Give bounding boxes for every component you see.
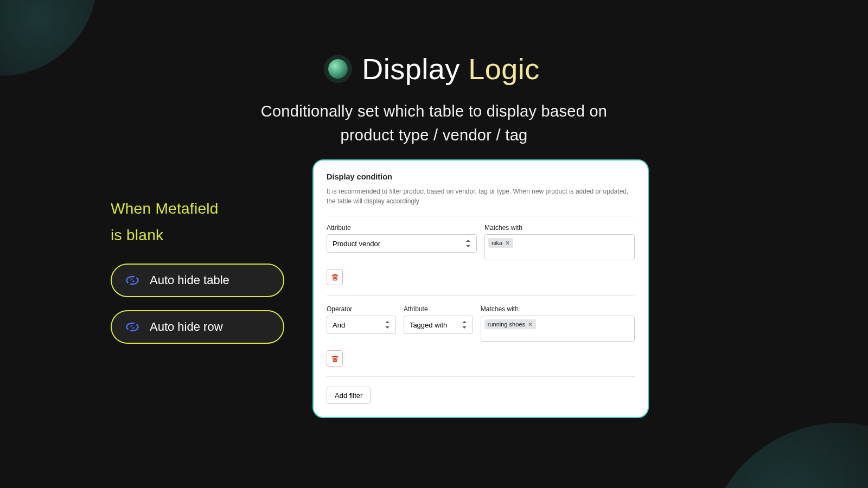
auto-hide-row-button[interactable]: Auto hide row [111,310,284,344]
close-icon[interactable]: ✕ [528,322,533,328]
pill-label: Auto hide row [150,320,223,334]
brand-dot-icon [328,59,348,79]
sidebar-heading: When Metafield is blank [111,195,284,248]
operator-select[interactable]: And [327,316,396,334]
trash-icon [331,355,339,363]
operator-label: Operator [327,305,396,313]
matches-input[interactable]: running shoes ✕ [481,316,635,342]
divider [327,376,635,377]
decorative-circle-bottom-right [705,423,868,488]
matches-label: Matches with [484,224,635,232]
tag-chip: nika ✕ [488,238,513,248]
display-condition-panel: Display condition It is recommended to f… [312,159,649,418]
eye-off-icon [125,319,140,335]
panel-title: Display condition [327,172,635,181]
tag-text: nika [492,240,502,246]
page-title: Display Logic [328,52,540,86]
title-prefix: Display [362,53,460,85]
panel-description: It is recommended to filter product base… [327,187,635,206]
delete-filter-button[interactable] [327,269,343,285]
attribute-label: Attribute [404,305,473,313]
matches-input[interactable]: nika ✕ [484,234,635,260]
filter-row: Attribute Product vendor Matches with ni… [327,224,635,260]
pill-label: Auto hide table [150,273,229,287]
tag-chip: running shoes ✕ [484,319,536,329]
filter-row: Operator And Attribute Tagged with Match… [327,305,635,342]
tag-text: running shoes [488,321,525,328]
eye-off-icon [125,273,140,288]
attribute-label: Attribute [327,224,477,232]
delete-filter-button[interactable] [327,350,343,367]
divider [327,295,635,296]
hero-section: Display Logic Conditionally set which ta… [0,52,868,147]
trash-icon [331,273,339,281]
page-subtitle: Conditionally set which table to display… [0,100,868,147]
divider [327,216,635,216]
add-filter-button[interactable]: Add filter [327,387,371,404]
close-icon[interactable]: ✕ [505,240,510,246]
matches-label: Matches with [481,305,635,313]
metafield-sidebar: When Metafield is blank Auto hide table … [111,195,284,357]
title-accent: Logic [468,53,540,85]
auto-hide-table-button[interactable]: Auto hide table [111,264,284,297]
attribute-select[interactable]: Product vendor [327,234,477,253]
attribute-select[interactable]: Tagged with [404,316,473,334]
